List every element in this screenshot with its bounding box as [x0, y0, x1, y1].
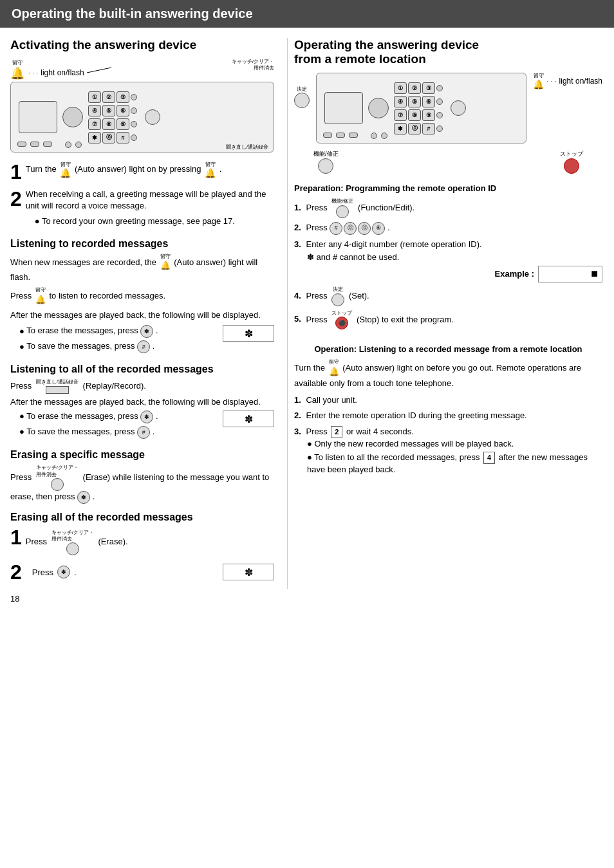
ans-icon-listen: 留守 🔔	[160, 254, 171, 272]
set-btn-prep4	[331, 293, 344, 306]
example-input-box: ■	[538, 266, 602, 282]
prep-item-4: 4. Press 決定 (Set).	[294, 286, 602, 306]
func-edit-label: 機能/修正	[313, 150, 339, 158]
key-2-btn: 2	[331, 426, 342, 438]
ans-icon-op: 留守 🔔	[329, 359, 339, 378]
screen-right	[324, 92, 363, 124]
op-item-3: 3. Press 2 or wait 4 seconds. Only the n…	[294, 426, 602, 476]
star-display-box2: ✽	[223, 411, 274, 427]
step2-bullet: To record your own greeting message, see…	[35, 216, 274, 227]
func-btn-diagram	[318, 158, 333, 174]
right-diagram-container: 決定 ① ② ③	[294, 73, 602, 174]
dot-r1	[131, 94, 137, 100]
stop-label: ストップ	[560, 150, 583, 158]
dot-r3	[131, 121, 137, 127]
rdot-r1	[436, 85, 443, 91]
rkey-7: ⑦	[394, 109, 407, 121]
key-5: ⑤	[102, 105, 115, 116]
listen-all-after: After the messages are played back, the …	[10, 396, 274, 408]
svg-line-0	[87, 68, 111, 73]
erase-bullet2: To erase the messages, press ✽ .	[19, 411, 219, 423]
hash-btn-save: #	[137, 340, 150, 353]
prep3-sub: ✽ and # cannot be used.	[307, 252, 602, 263]
dot-r2	[131, 107, 137, 114]
replay-btn	[46, 386, 69, 394]
section-right-title: Operating the answering device from a re…	[294, 38, 602, 66]
stop-btn-diagram	[564, 158, 579, 174]
erase-specific-btn	[51, 478, 64, 491]
speaker-right	[368, 98, 389, 118]
rkey-star: ✽	[394, 123, 407, 134]
example-row: Example : ■	[294, 266, 602, 282]
listen-intro: When new messages are recorded, the 留守 🔔…	[10, 254, 274, 284]
big-btn-left	[145, 109, 160, 125]
ans-icon-step1b: 留守 🔔	[205, 162, 216, 178]
erase-all-step1: 1 Press キャッチ/クリア・用件消去 (Erase).	[10, 527, 274, 555]
nav-dot-5	[75, 142, 82, 148]
section4-title: Erasing a specific message	[10, 449, 274, 461]
op3-sub1: Only the new recorded messages will be p…	[307, 438, 602, 450]
key-6: ⑥	[116, 105, 129, 116]
ans-icon-right-diag: 🔔	[533, 79, 544, 89]
rkey-hash: #	[422, 123, 435, 134]
listen-all-line: Press 聞き直し/通話録音 (Replay/Record).	[10, 379, 274, 394]
prep-item-1: 1. Press 機能/修正 (Function/Edit).	[294, 198, 602, 218]
catch-clear-label: キャッチ/クリア・用件消去	[232, 59, 274, 72]
rnav-dot-1	[323, 133, 332, 138]
right-column: Operating the answering device from a re…	[287, 38, 602, 589]
rkey-2: ②	[408, 82, 421, 94]
func-stop-row: 機能/修正 ストップ	[294, 150, 602, 174]
rdot-r3	[436, 112, 443, 118]
speaker-left	[62, 107, 83, 127]
listen-press-line: Press 留守 🔔 to listen to recorded message…	[10, 287, 274, 306]
rkey-1: ①	[394, 82, 407, 94]
func-btn-prep1	[336, 205, 349, 218]
listen-after: After the messages are played back, the …	[10, 309, 274, 321]
star-display-box3: ✽	[223, 564, 274, 580]
erase-bullet-line2: To erase the messages, press ✽ . To save…	[10, 411, 274, 441]
key-7: ⑦	[88, 118, 101, 130]
section2-title: Listening to recorded messages	[10, 238, 274, 250]
step1-text: Turn the	[26, 164, 57, 174]
rdot-r2	[436, 98, 443, 105]
kettei-label: 決定	[297, 86, 307, 93]
rdot-r4	[436, 125, 443, 132]
op-intro: Turn the 留守 🔔 (Auto answer) light on bef…	[294, 359, 602, 389]
section5-title: Erasing all of the recorded messages	[10, 512, 274, 523]
rkey-5: ⑤	[408, 96, 421, 107]
light-on-flash-label: light on/flash	[41, 68, 84, 77]
kettei-btn-diagram	[294, 93, 310, 108]
rkey-8: ⑧	[408, 109, 421, 121]
prep-item-2: 2. Press # ⓪ ⓪ ⑥ .	[294, 222, 602, 235]
device-diagram-right: ① ② ③ ④ ⑤ ⑥	[316, 73, 526, 143]
erase-all-btn	[66, 542, 79, 555]
device-diagram-left: ① ② ③ ④ ⑤ ⑥ ⑦ ⑧	[10, 82, 274, 152]
op-title: Operation: Listening to a recorded messa…	[294, 344, 602, 355]
step1-mid: (Auto answer) light on by pressing	[75, 164, 201, 174]
star-btn-erase: ✽	[140, 325, 153, 338]
star-btn-all: ✽	[57, 566, 70, 578]
key-3: ③	[116, 91, 129, 103]
key-4: ④	[88, 105, 101, 116]
erase-specific-line: Press キャッチ/クリア・用件消去 (Erase) while listen…	[10, 465, 274, 504]
rkey-6: ⑥	[422, 96, 435, 107]
step1-block: 1 Turn the 留守 🔔 (Auto answer) light on b…	[10, 162, 274, 182]
dot-r4	[131, 134, 137, 141]
rkey-9: ⑨	[422, 109, 435, 121]
stop-btn-prep5: ⚫	[335, 317, 348, 329]
ans-icon-left: 🔔	[10, 66, 24, 80]
key-1: ①	[88, 91, 101, 103]
nav-dot-2	[30, 142, 39, 147]
save-bullet2: To save the messages, press # .	[19, 426, 219, 439]
screen-left	[19, 101, 57, 133]
prep-title: Preparation: Programming the remote oper…	[294, 183, 602, 194]
key-combo-hash006: # ⓪ ⓪ ⑥	[330, 222, 385, 235]
section1-title: Activating the answering device	[10, 38, 274, 52]
erase-all-step2: 2 Press ✽ . ✽	[10, 562, 274, 582]
rnav-dot-5	[381, 133, 387, 139]
star-btn-specific: ✽	[77, 491, 90, 504]
rkey-0: ⓪	[408, 123, 421, 134]
page-footer: 18	[0, 589, 614, 609]
ans-icon-label-left-top: 留守	[12, 60, 23, 66]
prep-item-3: 3. Enter any 4-digit number (remote oper…	[294, 239, 602, 282]
